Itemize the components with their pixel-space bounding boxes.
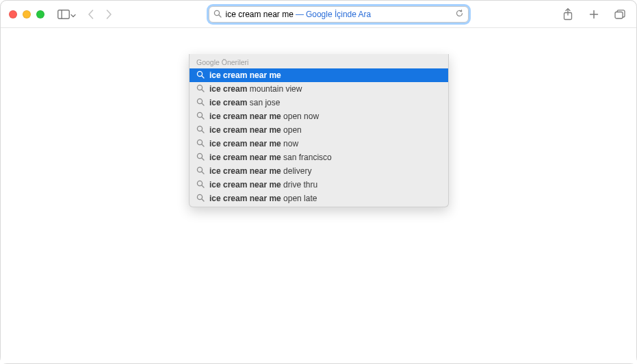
svg-point-10 bbox=[197, 99, 202, 103]
toolbar: ice cream near me — Google İçinde Ara bbox=[1, 1, 636, 28]
svg-line-9 bbox=[202, 90, 204, 92]
suggestion-item[interactable]: ice cream mountain view bbox=[190, 82, 448, 96]
address-bar[interactable]: ice cream near me — Google İçinde Ara bbox=[209, 6, 469, 23]
tab-overview-button[interactable] bbox=[612, 6, 628, 23]
suggestion-text: ice cream near me san francisco bbox=[209, 153, 332, 162]
search-suggestions-dropdown: Google Önerileri ice cream near meice cr… bbox=[189, 54, 449, 207]
svg-line-3 bbox=[219, 15, 221, 17]
address-hint: Google İçinde Ara bbox=[306, 10, 371, 19]
suggestion-item[interactable]: ice cream near me bbox=[190, 68, 448, 82]
browser-window: ice cream near me — Google İçinde Ara bbox=[0, 0, 637, 364]
suggestions-list: ice cream near meice cream mountain view… bbox=[190, 68, 448, 205]
forward-button[interactable] bbox=[101, 6, 117, 23]
new-tab-button[interactable] bbox=[586, 6, 602, 23]
plus-icon bbox=[589, 10, 599, 19]
back-button[interactable] bbox=[83, 6, 99, 23]
close-window-button[interactable] bbox=[9, 10, 17, 18]
svg-rect-0 bbox=[58, 10, 70, 18]
svg-line-25 bbox=[202, 199, 204, 201]
svg-rect-5 bbox=[615, 12, 623, 18]
address-query: ice cream near me bbox=[226, 10, 294, 19]
svg-line-21 bbox=[202, 172, 204, 174]
svg-point-20 bbox=[197, 167, 202, 172]
chevron-down-icon[interactable] bbox=[70, 8, 76, 21]
suggestion-text: ice cream near me drive thru bbox=[209, 180, 317, 190]
svg-line-13 bbox=[202, 117, 204, 119]
suggestion-item[interactable]: ice cream near me drive thru bbox=[190, 178, 448, 192]
reload-button[interactable] bbox=[455, 8, 464, 21]
search-icon bbox=[196, 166, 205, 177]
search-icon bbox=[196, 112, 205, 122]
svg-point-8 bbox=[197, 85, 202, 90]
address-hint-separator: — bbox=[296, 10, 304, 19]
svg-line-17 bbox=[202, 144, 204, 146]
svg-line-23 bbox=[202, 185, 204, 187]
search-icon bbox=[196, 139, 205, 149]
search-icon bbox=[196, 153, 205, 163]
toolbar-right-group bbox=[560, 6, 628, 23]
sidebar-toggle-button[interactable] bbox=[55, 6, 72, 23]
suggestion-text: ice cream mountain view bbox=[209, 84, 302, 94]
svg-point-6 bbox=[197, 71, 202, 76]
svg-point-22 bbox=[197, 181, 202, 185]
reload-icon bbox=[455, 9, 464, 18]
maximize-window-button[interactable] bbox=[36, 10, 44, 18]
search-icon bbox=[196, 180, 205, 190]
chevron-left-icon bbox=[88, 9, 94, 20]
search-icon bbox=[196, 84, 205, 94]
suggestion-item[interactable]: ice cream near me delivery bbox=[190, 164, 448, 178]
suggestion-text: ice cream san jose bbox=[209, 98, 280, 107]
suggestion-text: ice cream near me delivery bbox=[209, 166, 311, 176]
svg-point-12 bbox=[197, 112, 202, 117]
search-icon bbox=[196, 194, 205, 204]
search-icon bbox=[196, 70, 205, 81]
svg-point-24 bbox=[197, 194, 202, 199]
svg-point-18 bbox=[197, 153, 202, 158]
search-icon bbox=[213, 8, 222, 21]
svg-line-7 bbox=[202, 76, 204, 78]
suggestion-item[interactable]: ice cream near me now bbox=[190, 137, 448, 151]
minimize-window-button[interactable] bbox=[23, 10, 31, 18]
suggestion-text: ice cream near me open bbox=[209, 125, 302, 135]
svg-point-14 bbox=[197, 126, 202, 131]
suggestion-item[interactable]: ice cream near me open now bbox=[190, 109, 448, 123]
address-bar-text: ice cream near me — Google İçinde Ara bbox=[226, 10, 451, 19]
suggestions-header: Google Önerileri bbox=[190, 57, 448, 68]
address-bar-container: ice cream near me — Google İçinde Ara bbox=[122, 6, 554, 23]
window-controls bbox=[9, 10, 44, 18]
svg-point-16 bbox=[197, 140, 202, 144]
svg-point-2 bbox=[214, 10, 219, 15]
page-content: Google Önerileri ice cream near meice cr… bbox=[1, 28, 636, 363]
search-icon bbox=[196, 125, 205, 135]
svg-line-19 bbox=[202, 158, 204, 160]
suggestion-text: ice cream near me now bbox=[209, 139, 298, 148]
suggestion-item[interactable]: ice cream near me open late bbox=[190, 192, 448, 205]
sidebar-icon bbox=[57, 10, 70, 19]
suggestion-item[interactable]: ice cream near me open bbox=[190, 123, 448, 137]
suggestion-text: ice cream near me open late bbox=[209, 194, 317, 203]
suggestion-item[interactable]: ice cream near me san francisco bbox=[190, 151, 448, 164]
chevron-right-icon bbox=[105, 9, 112, 20]
suggestion-text: ice cream near me bbox=[209, 70, 281, 80]
suggestion-item[interactable]: ice cream san jose bbox=[190, 96, 448, 109]
tabs-icon bbox=[614, 10, 625, 19]
suggestion-text: ice cream near me open now bbox=[209, 112, 319, 121]
svg-line-15 bbox=[202, 131, 204, 133]
svg-line-11 bbox=[202, 103, 204, 105]
search-icon bbox=[196, 98, 205, 108]
sidebar-toggle-group bbox=[55, 6, 76, 23]
share-icon bbox=[563, 8, 573, 21]
navigation-buttons bbox=[83, 6, 117, 23]
share-button[interactable] bbox=[560, 6, 576, 23]
